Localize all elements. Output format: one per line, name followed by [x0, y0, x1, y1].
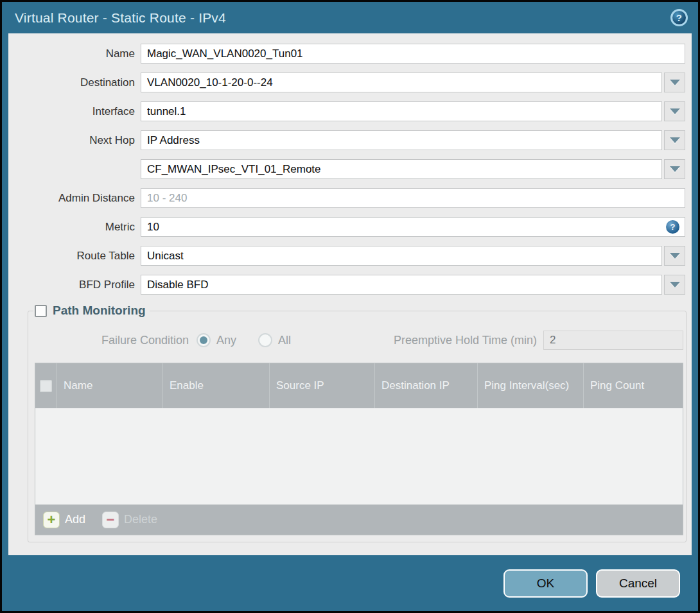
failure-condition-all-radio[interactable] [258, 333, 272, 347]
column-header-enable[interactable]: Enable [163, 363, 270, 408]
route-table-label: Route Table [17, 246, 141, 266]
admin-distance-row: Admin Distance [17, 188, 685, 208]
admin-distance-input[interactable] [141, 188, 685, 208]
preemptive-hold-time-input[interactable] [543, 331, 683, 350]
column-header-ping-count[interactable]: Ping Count [584, 363, 683, 408]
radio-dot [261, 336, 269, 344]
name-input[interactable] [141, 44, 685, 64]
static-route-dialog: Virtual Router - Static Route - IPv4 ? N… [0, 0, 700, 613]
add-button[interactable]: + Add [43, 512, 85, 528]
title-bar: Virtual Router - Static Route - IPv4 ? [2, 2, 698, 33]
name-label: Name [17, 44, 141, 64]
route-table-input[interactable] [141, 246, 662, 266]
next-hop-type-input[interactable] [141, 130, 662, 150]
table-header-row: Name Enable Source IP Destination IP Pin… [35, 363, 683, 408]
destination-dropdown-button[interactable] [664, 73, 685, 92]
preemptive-hold-time-label: Preemptive Hold Time (min) [394, 334, 543, 347]
next-hop-address-dropdown-button[interactable] [664, 159, 685, 179]
chevron-down-icon [670, 80, 680, 85]
cancel-button[interactable]: Cancel [596, 569, 680, 598]
metric-input[interactable] [141, 217, 685, 237]
route-table-dropdown-button[interactable] [664, 246, 685, 266]
table-toolbar: + Add − Delete [35, 505, 683, 535]
destination-row: Destination [17, 73, 685, 92]
bfd-profile-dropdown-button[interactable] [664, 275, 685, 295]
next-hop-address-row [17, 159, 685, 179]
destination-label: Destination [17, 73, 141, 92]
select-all-checkbox[interactable] [40, 380, 52, 392]
chevron-down-icon [670, 108, 680, 114]
dialog-footer: OK Cancel [2, 555, 698, 611]
chevron-down-icon [670, 253, 680, 259]
column-header-destination-ip[interactable]: Destination IP [375, 363, 478, 408]
chevron-down-icon [670, 137, 680, 143]
next-hop-address-label [17, 159, 141, 179]
next-hop-address-input[interactable] [141, 159, 662, 179]
path-monitoring-legend: Path Monitoring [33, 304, 150, 318]
path-monitoring-title: Path Monitoring [53, 304, 146, 318]
help-icon[interactable]: ? [670, 9, 688, 26]
ok-button[interactable]: OK [503, 569, 588, 598]
delete-button[interactable]: − Delete [102, 512, 157, 528]
bfd-profile-row: BFD Profile [17, 275, 685, 295]
destination-input[interactable] [141, 73, 662, 92]
column-header-source-ip[interactable]: Source IP [270, 363, 375, 408]
column-header-ping-interval[interactable]: Ping Interval(sec) [478, 363, 584, 408]
next-hop-label: Next Hop [17, 130, 141, 150]
next-hop-row: Next Hop [17, 130, 685, 150]
info-icon: ? [666, 220, 679, 234]
name-row: Name [17, 44, 685, 64]
column-header-name[interactable]: Name [57, 363, 163, 408]
failure-condition-all-label: All [278, 334, 291, 347]
bfd-profile-label: BFD Profile [17, 275, 141, 295]
add-button-label: Add [65, 513, 85, 526]
delete-button-label: Delete [124, 513, 157, 526]
select-all-cell [35, 363, 57, 408]
next-hop-dropdown-button[interactable] [664, 130, 685, 150]
radio-dot [200, 336, 207, 344]
route-table-row: Route Table [17, 246, 685, 266]
dialog-title: Virtual Router - Static Route - IPv4 [15, 10, 670, 26]
failure-condition-label: Failure Condition [32, 334, 197, 347]
path-monitoring-checkbox[interactable] [35, 305, 47, 317]
failure-condition-row: Failure Condition Any All Preemptive Hol… [32, 331, 683, 350]
path-monitoring-table: Name Enable Source IP Destination IP Pin… [35, 363, 683, 535]
metric-label: Metric [17, 217, 141, 237]
table-body-empty [35, 408, 683, 505]
metric-row: Metric ? [17, 217, 685, 237]
failure-condition-any-radio[interactable] [197, 333, 211, 347]
dialog-body: Name Destination Interface Next Hop [8, 33, 692, 555]
minus-icon: − [102, 512, 119, 528]
interface-label: Interface [17, 101, 141, 121]
interface-row: Interface [17, 101, 685, 121]
bfd-profile-input[interactable] [141, 275, 662, 295]
failure-condition-any-label: Any [216, 334, 236, 347]
interface-input[interactable] [141, 101, 662, 121]
admin-distance-label: Admin Distance [17, 188, 141, 208]
interface-dropdown-button[interactable] [664, 101, 685, 121]
plus-icon: + [43, 512, 60, 528]
path-monitoring-section: Path Monitoring Failure Condition Any Al… [28, 304, 687, 542]
chevron-down-icon [670, 282, 680, 288]
chevron-down-icon [670, 166, 680, 172]
